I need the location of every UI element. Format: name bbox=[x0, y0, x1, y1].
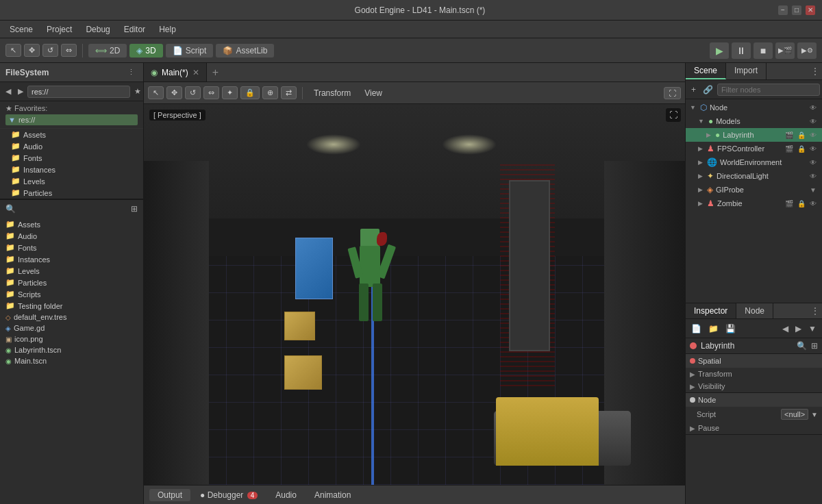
history-menu-btn[interactable]: ▼ bbox=[806, 323, 819, 335]
assetlib-btn[interactable]: 📦 AssetLib bbox=[216, 44, 274, 58]
history-forward-btn[interactable]: ▶ bbox=[793, 323, 804, 335]
script-btn[interactable]: 📄 Script bbox=[166, 44, 214, 58]
scene-tab-import[interactable]: Import bbox=[726, 63, 767, 79]
tree-item-instances[interactable]: 📁 Instances bbox=[0, 164, 143, 175]
scene-panel-menu-btn[interactable]: ⋮ bbox=[808, 63, 822, 79]
scene-node-labyrinth[interactable]: ▶ ● Labyrinth 🎬 🔒 👁 bbox=[686, 128, 822, 142]
rotate-tool-btn[interactable]: ↺ bbox=[42, 44, 58, 57]
expand-viewport-btn[interactable]: ⛶ bbox=[664, 87, 681, 99]
node-visibility-btn[interactable]: 👁 bbox=[808, 103, 818, 112]
list-item-default-env[interactable]: ◇ default_env.tres bbox=[0, 312, 143, 323]
scene-node-models[interactable]: ▼ ● Models 👁 bbox=[686, 114, 822, 128]
filesystem-path[interactable] bbox=[27, 86, 130, 98]
close-button[interactable]: ✕ bbox=[806, 5, 815, 15]
menu-debug[interactable]: Debug bbox=[79, 23, 116, 36]
menu-help[interactable]: Help bbox=[152, 23, 183, 36]
node-lock-btn[interactable]: 🔒 bbox=[796, 144, 807, 153]
fullscreen-btn[interactable]: ⛶ bbox=[666, 108, 681, 122]
use-local-space-btn[interactable]: ✦ bbox=[222, 86, 238, 99]
node-film-btn[interactable]: 🎬 bbox=[784, 144, 795, 153]
pause-button[interactable]: ⏸ bbox=[732, 42, 751, 59]
minimize-button[interactable]: − bbox=[778, 5, 788, 15]
spatial-section-header[interactable]: Spatial bbox=[686, 354, 822, 368]
script-dropdown-btn[interactable]: ▼ bbox=[811, 411, 818, 418]
viewport-display-btn[interactable]: ⊕ bbox=[262, 86, 278, 99]
list-item-icon-png[interactable]: ▣ icon.png bbox=[0, 333, 143, 344]
tree-item-audio[interactable]: 📁 Audio bbox=[0, 140, 143, 152]
scene-node-fpscontroller[interactable]: ▶ ♟ FPSController 🎬 🔒 👁 bbox=[686, 142, 822, 155]
tab-add-btn[interactable]: + bbox=[207, 63, 224, 81]
inspector-search-btn[interactable]: 🔍 bbox=[797, 341, 807, 351]
move-tool-btn[interactable]: ✥ bbox=[24, 44, 40, 57]
filesystem-menu-btn[interactable]: ⋮ bbox=[125, 66, 138, 78]
node-visibility-btn[interactable]: 👁 bbox=[808, 199, 818, 208]
pointer-tool-btn[interactable]: ↖ bbox=[148, 86, 164, 99]
add-node-btn[interactable]: + bbox=[688, 84, 699, 96]
list-item-testing[interactable]: 📁 Testing folder bbox=[0, 300, 143, 312]
tree-item-levels[interactable]: 📁 Levels bbox=[0, 175, 143, 187]
node-lock-btn[interactable]: 🔒 bbox=[796, 131, 807, 140]
node-visibility-btn[interactable]: 👁 bbox=[808, 131, 818, 140]
tree-item-fonts[interactable]: 📁 Fonts bbox=[0, 152, 143, 164]
node-film-btn[interactable]: 🎬 bbox=[784, 131, 795, 140]
play-custom-button[interactable]: ▶⚙ bbox=[797, 42, 817, 59]
node-visibility-btn[interactable]: 👁 bbox=[808, 158, 818, 167]
scale-btn[interactable]: ⇔ bbox=[203, 86, 219, 99]
list-item-assets[interactable]: 📁 Assets bbox=[0, 218, 143, 230]
list-item-scripts[interactable]: 📁 Scripts bbox=[0, 288, 143, 300]
bottom-tab-debugger[interactable]: ● Debugger 4 bbox=[192, 489, 266, 501]
list-item-levels[interactable]: 📁 Levels bbox=[0, 265, 143, 277]
history-back-btn[interactable]: ◀ bbox=[780, 323, 791, 335]
maximize-button[interactable]: □ bbox=[792, 5, 801, 15]
fs-back-btn[interactable]: ◀ bbox=[3, 86, 14, 97]
inspector-tab-inspector[interactable]: Inspector bbox=[686, 303, 736, 318]
node-visibility-btn[interactable]: 👁 bbox=[808, 144, 818, 153]
inspector-settings-btn[interactable]: ⊞ bbox=[811, 341, 818, 351]
align-btn[interactable]: ⇄ bbox=[281, 86, 297, 99]
rotate-btn[interactable]: ↺ bbox=[185, 86, 201, 99]
node-expand-btn[interactable]: ▼ bbox=[808, 186, 818, 194]
bottom-tab-animation[interactable]: Animation bbox=[306, 489, 359, 501]
play-button[interactable]: ▶ bbox=[710, 42, 729, 59]
list-item-game-gd[interactable]: ◈ Game.gd bbox=[0, 323, 143, 333]
scene-tab-scene[interactable]: Scene bbox=[686, 63, 726, 79]
3d-mode-btn[interactable]: ◈ 3D bbox=[129, 44, 162, 58]
list-item-instances[interactable]: 📁 Instances bbox=[0, 253, 143, 265]
inspector-menu-btn[interactable]: ⋮ bbox=[808, 303, 822, 318]
select-tool-btn[interactable]: ↖ bbox=[5, 44, 21, 57]
list-item-labyrinth-tscn[interactable]: ◉ Labyrinth.tscn bbox=[0, 344, 143, 355]
scene-node-zombie[interactable]: ▶ ♟ Zombie 🎬 🔒 👁 bbox=[686, 197, 822, 210]
translate-btn[interactable]: ✥ bbox=[166, 86, 182, 99]
scene-node-dirlight[interactable]: ▶ ✦ DirectionalLight 👁 bbox=[686, 169, 822, 183]
menu-editor[interactable]: Editor bbox=[117, 23, 152, 36]
scene-node-root[interactable]: ▼ ⬡ Node 👁 bbox=[686, 101, 822, 114]
stop-button[interactable]: ■ bbox=[754, 42, 773, 59]
node-section-header[interactable]: Node bbox=[686, 393, 822, 407]
filter-nodes-input[interactable] bbox=[717, 84, 820, 96]
list-item-audio[interactable]: 📁 Audio bbox=[0, 230, 143, 242]
bottom-tab-audio[interactable]: Audio bbox=[267, 489, 305, 501]
scale-tool-btn[interactable]: ⇔ bbox=[61, 44, 77, 57]
play-scene-button[interactable]: ▶🎬 bbox=[775, 42, 795, 59]
menu-project[interactable]: Project bbox=[40, 23, 79, 36]
bottom-tab-output[interactable]: Output bbox=[149, 489, 190, 501]
save-resource-btn[interactable]: 💾 bbox=[723, 323, 738, 335]
tab-main[interactable]: ◉ Main(*) ✕ bbox=[144, 63, 207, 81]
tree-item-particles[interactable]: 📁 Particles bbox=[0, 187, 143, 199]
menu-scene[interactable]: Scene bbox=[3, 23, 40, 36]
node-visibility-btn[interactable]: 👁 bbox=[808, 117, 818, 126]
scene-node-giprobe[interactable]: ▶ ◈ GIProbe ▼ bbox=[686, 183, 822, 197]
node-visibility-btn[interactable]: 👁 bbox=[808, 172, 818, 181]
2d-mode-btn[interactable]: ⟺ 2D bbox=[88, 44, 127, 58]
tree-item-assets[interactable]: 📁 Assets bbox=[0, 129, 143, 140]
favorite-res[interactable]: ▼ res:// bbox=[5, 114, 138, 125]
tab-close-btn[interactable]: ✕ bbox=[192, 68, 199, 77]
fs-bookmark-btn[interactable]: ★ bbox=[132, 86, 144, 97]
list-item-fonts[interactable]: 📁 Fonts bbox=[0, 242, 143, 253]
list-item-particles[interactable]: 📁 Particles bbox=[0, 277, 143, 288]
scene-node-worldenv[interactable]: ▶ 🌐 WorldEnvironment 👁 bbox=[686, 155, 822, 169]
view-mode-btn[interactable]: ⊞ bbox=[128, 203, 140, 215]
node-film-btn[interactable]: 🎬 bbox=[784, 199, 795, 208]
new-resource-btn[interactable]: 📄 bbox=[688, 323, 704, 335]
3d-viewport[interactable]: [ Perspective ] ⛶ bbox=[144, 104, 685, 485]
